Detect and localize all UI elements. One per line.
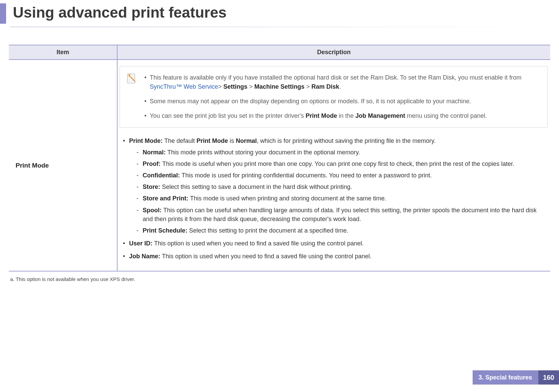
- sub-print-schedule: Print Schedule: Select this setting to p…: [129, 226, 547, 235]
- table-row: Print Mode: [9, 60, 550, 271]
- footnote: a. This option is not available when you…: [9, 276, 550, 282]
- user-id-item: User ID: This option is used when you ne…: [120, 239, 547, 248]
- sub-normal: Normal: This mode prints without storing…: [129, 148, 547, 157]
- print-mode-item: Print Mode: The default Print Mode is No…: [120, 136, 547, 235]
- print-mode-label: Print Mode:: [129, 137, 164, 144]
- footer-page-number: 160: [538, 370, 559, 385]
- job-management-bold: Job Management: [355, 112, 405, 119]
- text: , which is for printing without saving t…: [257, 137, 436, 144]
- ram-disk-label: Ram Disk: [311, 83, 339, 90]
- settings-label: Settings: [222, 83, 249, 90]
- machine-settings-label: Machine Settings: [253, 83, 306, 90]
- page-header: Using advanced print features: [0, 0, 559, 31]
- note-icon: [125, 72, 138, 85]
- label: Spool:: [143, 207, 163, 214]
- table-header-item: Item: [9, 45, 117, 60]
- features-table: Item Description Print Mode: [9, 45, 550, 271]
- note-text: You can see the print job list you set i…: [150, 112, 306, 119]
- note-text: in the: [337, 112, 355, 119]
- content-area: Item Description Print Mode: [0, 31, 559, 282]
- sub-spool: Spool: This option can be useful when ha…: [129, 206, 547, 223]
- header-rule: [10, 26, 559, 27]
- bold: Print Mode: [196, 137, 228, 144]
- text: Select this setting to print the documen…: [189, 227, 348, 234]
- sub-proof: Proof: This mode is useful when you prin…: [129, 159, 547, 168]
- note-item-3: You can see the print job list you set i…: [142, 111, 542, 121]
- note-text: This feature is available only if you ha…: [150, 74, 521, 81]
- label: Store:: [143, 183, 162, 190]
- label: Print Schedule:: [143, 227, 189, 234]
- gt: >: [306, 83, 312, 90]
- description-list: Print Mode: The default Print Mode is No…: [120, 136, 547, 261]
- row-description-cell: This feature is available only if you ha…: [117, 60, 550, 271]
- label: User ID:: [129, 240, 154, 247]
- text: This option is used when you need to fin…: [162, 253, 371, 260]
- text: The default: [164, 137, 196, 144]
- note-item-1: This feature is available only if you ha…: [142, 73, 542, 91]
- sub-store: Store: Select this setting to save a doc…: [129, 182, 547, 191]
- text: Select this setting to save a document i…: [162, 183, 352, 190]
- text: This mode is used when printing and stor…: [190, 195, 386, 202]
- label: Store and Print:: [143, 195, 190, 202]
- page-footer: 3. Special features 160: [473, 370, 559, 385]
- label: Job Name:: [129, 253, 162, 260]
- text: is: [228, 137, 236, 144]
- header-accent-bar: [0, 3, 6, 24]
- label: Normal:: [143, 149, 167, 156]
- table-header-description: Description: [117, 45, 550, 60]
- print-mode-sublist: Normal: This mode prints without storing…: [129, 148, 547, 235]
- note-text-tail: menu using the control panel.: [405, 112, 487, 119]
- note-box: This feature is available only if you ha…: [120, 66, 547, 128]
- gt: >: [218, 83, 222, 90]
- note-text-tail: .: [339, 83, 341, 90]
- row-item-label: Print Mode: [9, 60, 117, 271]
- label: Confidential:: [143, 172, 182, 179]
- sub-store-and-print: Store and Print: This mode is used when …: [129, 194, 547, 203]
- bold: Normal: [236, 137, 257, 144]
- text: This mode is used for printing confident…: [182, 172, 432, 179]
- text: This option can be useful when handling …: [143, 207, 537, 222]
- text: This mode prints without storing your do…: [167, 149, 360, 156]
- page-title: Using advanced print features: [13, 4, 559, 21]
- syncthru-link[interactable]: SyncThru™ Web Service: [150, 83, 218, 90]
- text: This option is used when you need to fin…: [154, 240, 364, 247]
- text: This mode is useful when you print more …: [162, 160, 514, 167]
- sub-confidential: Confidential: This mode is used for prin…: [129, 171, 547, 180]
- label: Proof:: [143, 160, 162, 167]
- footer-section-label: 3. Special features: [473, 370, 538, 385]
- job-name-item: Job Name: This option is used when you n…: [120, 252, 547, 261]
- note-item-2: Some menus may not appear on the display…: [142, 97, 542, 106]
- print-mode-bold: Print Mode: [306, 112, 337, 119]
- gt: >: [249, 83, 253, 90]
